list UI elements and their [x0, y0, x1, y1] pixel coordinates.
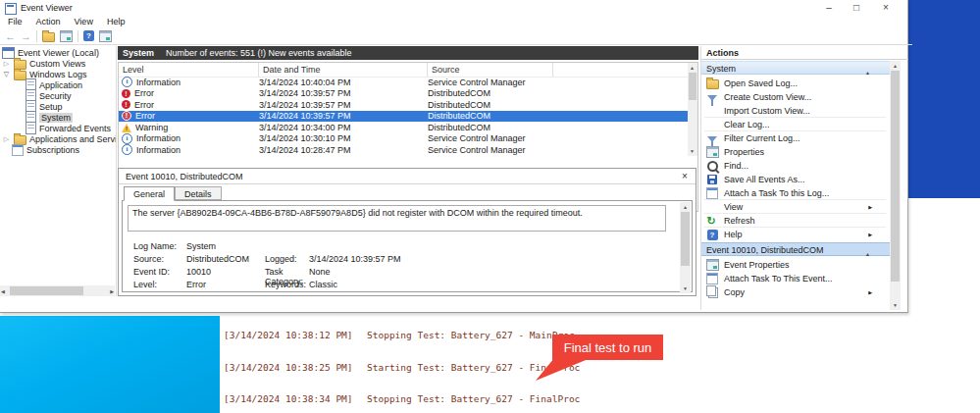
maximize-button[interactable]: □: [843, 0, 870, 15]
actions-pane: Actions System Open Saved Log... Create …: [700, 46, 908, 310]
information-icon: [122, 144, 132, 155]
tree-item-windows-logs[interactable]: ▽ Windows Logs: [0, 69, 117, 79]
title-bar[interactable]: Event Viewer – □ ×: [0, 0, 907, 16]
scroll-down-icon[interactable]: ▼: [690, 148, 695, 154]
log-pane: System Number of events: 551 (!) New eve…: [118, 46, 698, 310]
action-event-properties[interactable]: Event Properties: [701, 258, 890, 272]
scroll-up-icon[interactable]: ▲: [690, 65, 695, 71]
column-source[interactable]: Source: [428, 63, 553, 77]
table-row-selected[interactable]: Error 3/14/2024 10:39:57 PMDistributedCO…: [119, 111, 688, 123]
column-level[interactable]: Level: [119, 63, 259, 77]
scroll-down-icon[interactable]: ▼: [893, 302, 898, 308]
action-open-saved-log[interactable]: Open Saved Log...: [701, 77, 890, 90]
scroll-thumb[interactable]: [891, 71, 900, 282]
table-row[interactable]: Error 3/14/2024 10:39:57 PMDistributedCO…: [119, 99, 688, 111]
tree-label: Application: [39, 80, 82, 90]
screen: [3/14/2024 10:38:12 PM]Stopping Test: Ba…: [0, 0, 980, 413]
table-row[interactable]: Information 3/14/2024 10:30:10 PMService…: [119, 133, 688, 145]
action-filter-current-log[interactable]: Filter Current Log...: [701, 131, 890, 145]
action-save-all-events[interactable]: Save All Events As...: [701, 173, 890, 186]
actions-vscrollbar[interactable]: ▲ ▼: [890, 61, 901, 310]
menu-view[interactable]: View: [75, 17, 93, 26]
tree-item-custom-views[interactable]: ▷ Custom Views: [0, 58, 117, 69]
tree-label: Applications and Services Lo: [29, 134, 117, 144]
desktop-blue-panel: [908, 0, 980, 198]
event-message[interactable]: The server {AB8902B4-09CA-4BB6-B78D-A8F5…: [128, 205, 666, 232]
tree-item-system[interactable]: System: [0, 112, 117, 123]
help-toolbar-icon[interactable]: [83, 30, 94, 41]
action-create-custom-view[interactable]: Create Custom View...: [701, 90, 890, 104]
column-date[interactable]: Date and Time: [259, 63, 428, 77]
open-log-toolbar-icon[interactable]: [42, 32, 55, 42]
action-help[interactable]: Help: [701, 228, 890, 241]
menu-action[interactable]: Action: [36, 17, 61, 26]
action-pane-toolbar-icon[interactable]: [99, 30, 112, 42]
action-attach-task-event[interactable]: Attach Task To This Event...: [701, 272, 890, 285]
log-name: System: [123, 48, 154, 58]
tree-item-security[interactable]: Security: [0, 90, 117, 101]
tree-item-event-viewer-local[interactable]: Event Viewer (Local): [0, 47, 117, 58]
show-hide-tree-icon[interactable]: [60, 30, 73, 42]
scroll-thumb[interactable]: [10, 286, 83, 295]
tree-item-application[interactable]: Application: [0, 79, 117, 90]
table-row[interactable]: Information 3/14/2024 10:28:47 PMService…: [119, 144, 688, 156]
tab-details[interactable]: Details: [175, 186, 222, 200]
callout-text: Final test to run: [564, 340, 652, 355]
action-view[interactable]: View: [701, 200, 890, 214]
chevron-collapsed-icon[interactable]: ▷: [2, 60, 11, 68]
error-icon: [122, 100, 130, 109]
menu-help[interactable]: Help: [107, 17, 126, 26]
forward-icon[interactable]: →: [21, 30, 31, 42]
warning-icon: [122, 124, 131, 132]
scroll-up-icon[interactable]: ▲: [683, 204, 688, 210]
tree-item-subscriptions[interactable]: Subscriptions: [0, 144, 117, 155]
copy-icon: [708, 287, 718, 298]
scroll-left-icon[interactable]: ◀: [1, 288, 5, 294]
action-properties[interactable]: Properties: [701, 145, 890, 159]
scroll-thumb[interactable]: [689, 73, 696, 100]
task-icon: [706, 273, 718, 284]
tree-hscrollbar[interactable]: ◀ ▶: [0, 285, 115, 296]
scroll-down-icon[interactable]: ▼: [683, 285, 688, 291]
console-line: [3/14/2024 10:38:12 PM]Stopping Test: Ba…: [224, 331, 580, 341]
table-vscrollbar[interactable]: ▲ ▼: [688, 63, 697, 156]
console-line: [3/14/2024 10:38:25 PM]Starting Test: Ba…: [224, 363, 580, 374]
tree-item-setup[interactable]: Setup: [0, 101, 117, 112]
log-summary: Number of events: 551 (!) New events ava…: [166, 48, 352, 58]
close-button[interactable]: ×: [872, 0, 900, 15]
menu-file[interactable]: File: [8, 17, 23, 26]
action-import-custom-view[interactable]: Import Custom View...: [701, 104, 890, 118]
tab-general[interactable]: General: [124, 186, 175, 201]
tree-label: Forwarded Events: [39, 124, 111, 133]
toolbar: ← →: [0, 27, 912, 45]
close-detail-icon[interactable]: ×: [679, 171, 691, 181]
scroll-thumb[interactable]: [681, 212, 690, 266]
information-icon: [122, 77, 132, 87]
tree-item-applications-services-logs[interactable]: ▷ Applications and Services Lo: [0, 133, 117, 144]
action-attach-task-log[interactable]: Attach a Task To this Log...: [701, 186, 890, 200]
chevron-collapsed-icon[interactable]: ▷: [2, 135, 11, 143]
properties-icon: [706, 259, 719, 271]
tree-label: Subscriptions: [26, 145, 79, 155]
detail-vscrollbar[interactable]: ▲ ▼: [680, 202, 691, 293]
scroll-up-icon[interactable]: ▲: [893, 63, 898, 69]
scroll-right-icon[interactable]: ▶: [110, 288, 114, 294]
action-find[interactable]: Find...: [701, 159, 890, 173]
chevron-expanded-icon[interactable]: ▽: [2, 71, 11, 78]
action-copy[interactable]: Copy: [701, 285, 890, 299]
properties-icon: [706, 146, 719, 158]
table-row[interactable]: Information 3/14/2024 10:40:04 PMService…: [119, 77, 688, 88]
action-refresh[interactable]: Refresh: [701, 214, 890, 228]
event-detail-panel: Event 10010, DistributedCOM × General De…: [118, 168, 696, 296]
task-icon: [706, 187, 718, 199]
table-row[interactable]: Warning 3/14/2024 10:34:00 PMDistributed…: [119, 122, 688, 133]
table-row[interactable]: Error 3/14/2024 10:39:57 PMDistributedCO…: [119, 88, 688, 100]
actions-section-event[interactable]: Event 10010, DistributedCOM: [701, 242, 890, 256]
tree-item-forwarded-events[interactable]: Forwarded Events: [0, 123, 117, 133]
actions-section-system[interactable]: System: [701, 61, 890, 75]
back-icon[interactable]: ←: [5, 30, 16, 42]
menu-bar: File Action View Help: [0, 16, 915, 27]
action-clear-log[interactable]: Clear Log...: [701, 118, 890, 131]
field-row: Event ID:10010 Task Category:None: [123, 267, 692, 280]
minimize-button[interactable]: –: [815, 0, 843, 15]
